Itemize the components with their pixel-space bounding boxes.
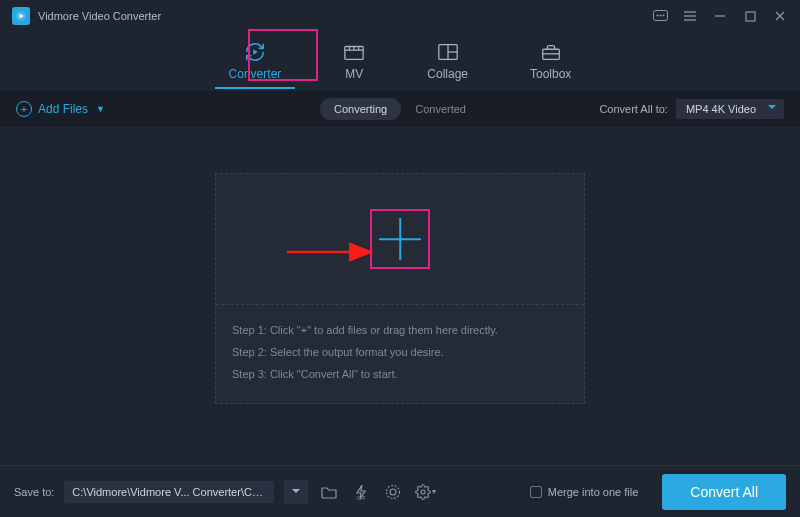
- app-title: Vidmore Video Converter: [38, 10, 161, 22]
- tab-label: Toolbox: [530, 67, 571, 81]
- svg-point-25: [387, 485, 400, 498]
- open-folder-icon[interactable]: [318, 481, 340, 503]
- collage-icon: [437, 42, 459, 62]
- svg-point-2: [656, 14, 657, 15]
- tab-mv[interactable]: MV: [335, 38, 373, 89]
- svg-marker-12: [253, 49, 258, 55]
- workspace: Step 1: Click "+" to add files or drag t…: [0, 120, 800, 457]
- tab-label: Converter: [229, 67, 282, 81]
- bottom-bar: Save to: C:\Vidmore\Vidmore V... Convert…: [0, 465, 800, 517]
- svg-point-3: [659, 14, 660, 15]
- convert-all-button[interactable]: Convert All: [662, 474, 786, 510]
- step-1: Step 1: Click "+" to add files or drag t…: [232, 319, 568, 341]
- step-3: Step 3: Click "Convert All" to start.: [232, 363, 568, 385]
- sub-tabs: Converting Converted: [320, 98, 480, 120]
- high-speed-icon[interactable]: [382, 481, 404, 503]
- svg-point-27: [421, 490, 425, 494]
- output-path-dropdown[interactable]: [284, 480, 308, 504]
- settings-icon[interactable]: ▾: [414, 481, 436, 503]
- merge-label: Merge into one file: [548, 486, 639, 498]
- svg-point-26: [390, 489, 396, 495]
- drop-zone[interactable]: Step 1: Click "+" to add files or drag t…: [215, 173, 585, 404]
- convert-all-to-label: Convert All to:: [599, 103, 667, 115]
- toolbox-icon: [540, 42, 562, 62]
- add-files-label: Add Files: [38, 102, 88, 116]
- tab-label: MV: [345, 67, 363, 81]
- format-value: MP4 4K Video: [686, 103, 756, 115]
- close-icon[interactable]: [772, 8, 788, 24]
- subtab-converted[interactable]: Converted: [401, 98, 480, 120]
- add-file-plus-button[interactable]: [377, 216, 423, 262]
- title-bar: Vidmore Video Converter: [0, 0, 800, 32]
- plus-circle-icon: +: [16, 101, 32, 117]
- merge-checkbox[interactable]: Merge into one file: [530, 486, 639, 498]
- minimize-icon[interactable]: [712, 8, 728, 24]
- mv-icon: [343, 42, 365, 62]
- svg-rect-9: [746, 12, 755, 21]
- output-path-field[interactable]: C:\Vidmore\Vidmore V... Converter\Conver…: [64, 481, 274, 503]
- menu-icon[interactable]: [682, 8, 698, 24]
- main-tabs: Converter MV Collage Toolbox: [0, 32, 800, 89]
- converter-icon: [244, 42, 266, 62]
- tab-collage[interactable]: Collage: [419, 38, 476, 89]
- hardware-accel-icon[interactable]: OFF: [350, 481, 372, 503]
- tab-label: Collage: [427, 67, 468, 81]
- maximize-icon[interactable]: [742, 8, 758, 24]
- subtab-converting[interactable]: Converting: [320, 98, 401, 120]
- step-2: Step 2: Select the output format you des…: [232, 341, 568, 363]
- chevron-down-icon: ▼: [96, 104, 105, 114]
- save-to-label: Save to:: [14, 486, 54, 498]
- app-logo: [12, 7, 30, 25]
- feedback-icon[interactable]: [652, 8, 668, 24]
- tab-toolbox[interactable]: Toolbox: [522, 38, 579, 89]
- tab-converter[interactable]: Converter: [221, 38, 290, 89]
- checkbox-icon: [530, 486, 542, 498]
- instruction-steps: Step 1: Click "+" to add files or drag t…: [216, 305, 584, 403]
- add-files-button[interactable]: + Add Files ▼: [16, 101, 105, 117]
- svg-text:OFF: OFF: [356, 495, 365, 500]
- output-format-select[interactable]: MP4 4K Video: [676, 99, 784, 119]
- svg-point-4: [662, 14, 663, 15]
